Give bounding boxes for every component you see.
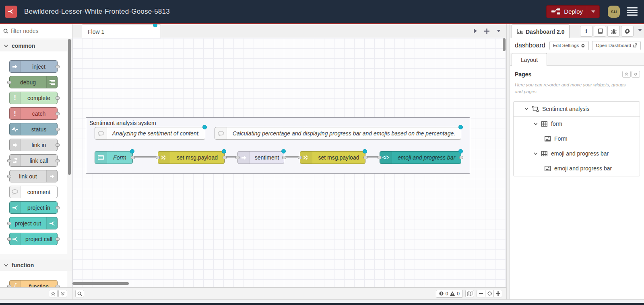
- add-flow-button[interactable]: [484, 29, 489, 34]
- comment-node-2[interactable]: Calculating percentage and displaying pr…: [215, 127, 461, 140]
- node-port[interactable]: [56, 65, 60, 68]
- node-port[interactable]: [131, 156, 135, 159]
- node-port[interactable]: [56, 159, 60, 162]
- project-icon: [46, 217, 57, 229]
- node-port[interactable]: [378, 156, 382, 159]
- palette-node-function[interactable]: f function: [9, 280, 58, 287]
- next-tab-icon[interactable]: [473, 29, 477, 33]
- deploy-options-caret[interactable]: [587, 6, 599, 18]
- code-icon: </>: [380, 151, 392, 164]
- node-port[interactable]: [7, 81, 11, 84]
- tab-dashboard-2[interactable]: Dashboard 2.0: [512, 25, 570, 38]
- node-port[interactable]: [156, 156, 160, 159]
- canvas-horizontal-scrollbar[interactable]: [72, 282, 129, 285]
- node-port[interactable]: [56, 112, 60, 115]
- search-flows-button[interactable]: [75, 290, 84, 297]
- expand-all-button[interactable]: [58, 290, 67, 297]
- node-port[interactable]: [7, 237, 11, 241]
- tree-item-group[interactable]: emoji and progress bar: [514, 146, 640, 161]
- node-port[interactable]: [56, 285, 60, 287]
- debug-tab-button[interactable]: [607, 26, 620, 37]
- node-sentiment[interactable]: sentiment: [237, 151, 284, 164]
- node-port[interactable]: [235, 156, 239, 159]
- tab-layout[interactable]: Layout: [512, 53, 547, 66]
- node-port[interactable]: [7, 222, 11, 225]
- palette-node-project-call[interactable]: project call: [9, 233, 58, 245]
- node-port[interactable]: [7, 285, 11, 287]
- palette-scrollbar[interactable]: [68, 39, 71, 175]
- config-tab-button[interactable]: [621, 26, 634, 37]
- zoom-out-button[interactable]: [477, 290, 485, 297]
- node-ui-template[interactable]: </> emoji and progress bar: [380, 151, 461, 164]
- changed-dot: [222, 149, 226, 154]
- palette-node-complete[interactable]: ! complete: [9, 92, 58, 104]
- move-down-button[interactable]: [632, 71, 640, 78]
- node-port[interactable]: [56, 96, 60, 100]
- palette-node-comment[interactable]: comment: [9, 186, 58, 198]
- chevron-down-icon[interactable]: [534, 123, 538, 125]
- palette-search[interactable]: [0, 24, 72, 38]
- link-call-icon: [10, 155, 21, 166]
- edit-settings-button[interactable]: Edit Settings: [549, 41, 589, 50]
- sidebar-resize-handle[interactable]: [506, 24, 510, 299]
- gear-icon: [581, 43, 585, 48]
- palette-footer: [0, 287, 72, 299]
- node-port[interactable]: [7, 159, 11, 162]
- tree-item-widget[interactable]: Form: [514, 131, 640, 146]
- node-port[interactable]: [282, 156, 286, 159]
- palette-node-link-out[interactable]: link out: [9, 170, 58, 182]
- node-form[interactable]: Form: [95, 151, 133, 164]
- chevron-down-icon[interactable]: [524, 107, 528, 110]
- main-menu-button[interactable]: [626, 6, 638, 17]
- node-port[interactable]: [56, 206, 60, 209]
- move-up-button[interactable]: [622, 71, 631, 78]
- palette-node-project-in[interactable]: project in: [9, 201, 58, 214]
- node-port[interactable]: [56, 143, 60, 147]
- deploy-button[interactable]: Deploy: [546, 5, 600, 18]
- open-dashboard-button[interactable]: Open Dashboard: [592, 41, 641, 50]
- collapse-all-button[interactable]: [49, 290, 58, 297]
- palette-node-catch[interactable]: ! catch: [9, 107, 58, 120]
- palette-category-common[interactable]: common: [0, 40, 72, 51]
- chevron-down-icon[interactable]: [534, 152, 538, 155]
- tree-item-widget[interactable]: emoji and progress bar: [514, 161, 640, 176]
- comment-node-1[interactable]: Analyzing the sentiment of content.: [95, 127, 205, 140]
- sidebar-tabs-caret[interactable]: [638, 29, 642, 31]
- project-icon: [10, 202, 21, 213]
- node-change-1[interactable]: set msg.payload: [158, 151, 225, 164]
- flow-canvas[interactable]: Sentiment analysis system Analyzing the …: [72, 38, 506, 287]
- node-port[interactable]: [56, 128, 60, 131]
- node-port[interactable]: [298, 156, 302, 159]
- palette-scroll-area[interactable]: common inject debug ! compl: [0, 38, 72, 287]
- node-port[interactable]: [223, 156, 227, 159]
- wire[interactable]: [133, 156, 158, 158]
- palette-node-status[interactable]: status: [9, 123, 58, 135]
- notification-counts[interactable]: 0 0: [436, 290, 463, 298]
- tree-item-group[interactable]: form: [514, 117, 640, 131]
- palette-node-debug[interactable]: debug: [9, 76, 58, 88]
- user-avatar[interactable]: su: [608, 6, 620, 18]
- palette-node-inject[interactable]: inject: [9, 60, 58, 73]
- pages-help-text: Here you can re-order and move your widg…: [510, 79, 644, 100]
- node-port[interactable]: [363, 156, 367, 159]
- navigator-button[interactable]: [465, 290, 474, 297]
- palette-category-function[interactable]: function: [0, 260, 72, 271]
- flow-group[interactable]: Sentiment analysis system: [86, 117, 470, 174]
- palette-node-link-call[interactable]: link call: [9, 154, 58, 167]
- palette-node-link-in[interactable]: link in: [9, 139, 58, 151]
- tree-item-page[interactable]: Sentiment analysis: [514, 102, 640, 117]
- canvas-vertical-scrollbar[interactable]: [503, 38, 506, 51]
- info-tab-button[interactable]: i: [580, 26, 592, 37]
- zoom-in-button[interactable]: [493, 290, 502, 297]
- node-change-2[interactable]: set msg.payload: [300, 151, 365, 164]
- help-tab-button[interactable]: [594, 26, 606, 37]
- palette-node-project-out[interactable]: project out: [9, 217, 58, 229]
- node-port[interactable]: [56, 237, 60, 241]
- zoom-reset-button[interactable]: [485, 290, 494, 297]
- node-port[interactable]: [459, 156, 463, 159]
- filter-nodes-input[interactable]: [11, 28, 59, 34]
- flow-list-caret[interactable]: [497, 30, 501, 32]
- tab-flow-1[interactable]: Flow 1: [82, 25, 161, 38]
- node-port[interactable]: [7, 175, 11, 178]
- zoom-controls: [477, 290, 502, 297]
